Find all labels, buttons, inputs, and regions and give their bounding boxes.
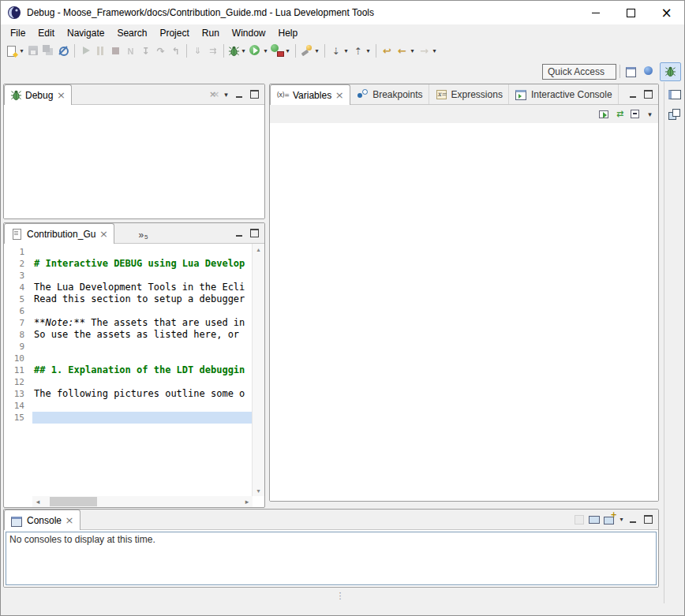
- editor-tab-overflow[interactable]: 5: [135, 223, 151, 243]
- quick-access-input[interactable]: Quick Access: [542, 64, 616, 80]
- tab-console[interactable]: Console: [4, 510, 80, 530]
- close-debug-tab-icon[interactable]: [56, 91, 66, 100]
- close-console-tab-icon[interactable]: [65, 516, 74, 525]
- tab-debug[interactable]: Debug: [4, 84, 72, 105]
- display-selected-console-icon[interactable]: [588, 513, 601, 526]
- editor-line-8[interactable]: 8So use the assets as listed here, or: [4, 329, 252, 341]
- variables-content[interactable]: [270, 123, 658, 501]
- skip-all-breakpoints-button[interactable]: [56, 43, 71, 60]
- last-edit-location-button[interactable]: [380, 43, 395, 60]
- scrollbar-thumb[interactable]: [50, 497, 97, 506]
- scroll-left-icon[interactable]: [32, 498, 43, 506]
- step-into-button[interactable]: [138, 43, 153, 60]
- disconnect-button[interactable]: [123, 43, 138, 60]
- console-message[interactable]: No consoles to display at this time.: [6, 532, 657, 585]
- open-perspective-button[interactable]: [623, 63, 638, 80]
- tab-expressions[interactable]: Expressions: [429, 84, 509, 104]
- restore-view-icon[interactable]: [668, 88, 681, 102]
- clear-console-icon[interactable]: [573, 513, 586, 526]
- menu-run[interactable]: Run: [196, 26, 226, 40]
- horizontal-scrollbar[interactable]: [32, 496, 253, 507]
- step-return-button[interactable]: [168, 43, 183, 60]
- window-minimize-button[interactable]: [578, 1, 613, 24]
- terminate-button[interactable]: [108, 43, 123, 60]
- editor-line-13[interactable]: 13The following pictures outline some o: [4, 388, 252, 400]
- step-over-button[interactable]: [153, 43, 168, 60]
- collapse-all-icon[interactable]: [629, 107, 642, 121]
- save-button[interactable]: [26, 43, 41, 60]
- debug-button[interactable]: [227, 43, 248, 60]
- scroll-right-icon[interactable]: [241, 498, 253, 506]
- scroll-up-icon[interactable]: [256, 244, 260, 255]
- menu-search[interactable]: Search: [110, 26, 153, 40]
- menu-window[interactable]: Window: [226, 26, 272, 40]
- suspend-button[interactable]: [93, 43, 108, 60]
- editor-line-5[interactable]: 5Read this section to setup a debugger: [4, 293, 252, 305]
- editor-line-10[interactable]: 10: [4, 353, 252, 364]
- external-tools-dropdown-icon[interactable]: [284, 47, 291, 54]
- editor-line-11[interactable]: 11## 1. Explanation of the LDT debuggin: [4, 364, 252, 376]
- editor-tab[interactable]: Contribution_Gu: [4, 223, 114, 244]
- editor-line-9[interactable]: 9: [4, 341, 252, 353]
- maximize-view-icon[interactable]: [642, 513, 655, 525]
- sash-grip[interactable]: [335, 590, 345, 601]
- scrollbar-track[interactable]: [43, 496, 241, 507]
- menu-edit[interactable]: Edit: [32, 26, 61, 40]
- menu-file[interactable]: File: [4, 26, 32, 40]
- forward-dropdown-icon[interactable]: [431, 47, 438, 54]
- external-tools-button[interactable]: [270, 43, 292, 60]
- editor-line-3[interactable]: 3: [4, 270, 252, 282]
- open-console-icon[interactable]: [603, 513, 616, 526]
- editor-content[interactable]: 12# Interactive DEBUG using Lua Develop3…: [4, 244, 252, 496]
- view-menu-icon[interactable]: [645, 110, 655, 118]
- view-menu-icon[interactable]: [221, 91, 231, 99]
- editor-line-14[interactable]: 14: [4, 400, 252, 412]
- run-dropdown-icon[interactable]: [262, 47, 269, 54]
- menu-help[interactable]: Help: [272, 26, 305, 40]
- debug-dropdown-icon[interactable]: [240, 47, 247, 54]
- debug-perspective-button[interactable]: [660, 62, 681, 81]
- maximize-view-icon[interactable]: [248, 88, 261, 100]
- tab-breakpoints[interactable]: Breakpoints: [350, 84, 429, 104]
- lua-perspective-button[interactable]: [638, 62, 660, 81]
- drop-to-frame-button[interactable]: [190, 43, 205, 60]
- minimize-view-icon[interactable]: [233, 227, 246, 239]
- vertical-scrollbar[interactable]: [252, 244, 264, 496]
- new-button[interactable]: [4, 43, 26, 60]
- window-close-button[interactable]: [649, 1, 684, 24]
- minimized-view-icon[interactable]: [668, 108, 681, 121]
- menu-navigate[interactable]: Navigate: [61, 26, 110, 40]
- editor-line-1[interactable]: 1: [4, 246, 252, 258]
- menu-project[interactable]: Project: [153, 26, 195, 40]
- editor-line-12[interactable]: 12: [4, 376, 252, 388]
- tab-interactive-console[interactable]: Interactive Console: [509, 84, 619, 104]
- remove-all-terminated-icon[interactable]: [206, 88, 219, 101]
- search-dropdown-icon[interactable]: [313, 47, 320, 54]
- minimize-view-icon[interactable]: [627, 88, 640, 100]
- maximize-view-icon[interactable]: [642, 88, 655, 100]
- back-button[interactable]: [395, 43, 417, 60]
- maximize-view-icon[interactable]: [248, 227, 261, 239]
- forward-button[interactable]: [417, 43, 439, 60]
- next-annotation-dropdown-icon[interactable]: [342, 47, 350, 54]
- run-button[interactable]: [248, 43, 270, 60]
- resume-button[interactable]: [78, 43, 93, 60]
- previous-annotation-dropdown-icon[interactable]: [365, 47, 372, 54]
- back-dropdown-icon[interactable]: [409, 47, 416, 54]
- debug-view-content[interactable]: [4, 105, 264, 218]
- open-console-dropdown-icon[interactable]: [618, 516, 625, 523]
- close-editor-tab-icon[interactable]: [99, 230, 108, 239]
- scroll-down-icon[interactable]: [256, 485, 260, 496]
- minimize-view-icon[interactable]: [627, 513, 640, 525]
- minimize-view-icon[interactable]: [233, 88, 246, 100]
- editor-line-7[interactable]: 7**Note:** The assets that are used in: [4, 317, 252, 329]
- next-annotation-button[interactable]: [328, 43, 350, 60]
- use-step-filters-button[interactable]: [205, 43, 220, 60]
- previous-annotation-button[interactable]: [350, 43, 372, 60]
- editor-line-15[interactable]: 15: [4, 412, 252, 424]
- close-variables-tab-icon[interactable]: [335, 91, 344, 100]
- save-all-button[interactable]: [41, 43, 56, 60]
- search-button[interactable]: [299, 43, 321, 60]
- window-maximize-button[interactable]: [613, 1, 649, 24]
- editor-line-6[interactable]: 6: [4, 305, 252, 317]
